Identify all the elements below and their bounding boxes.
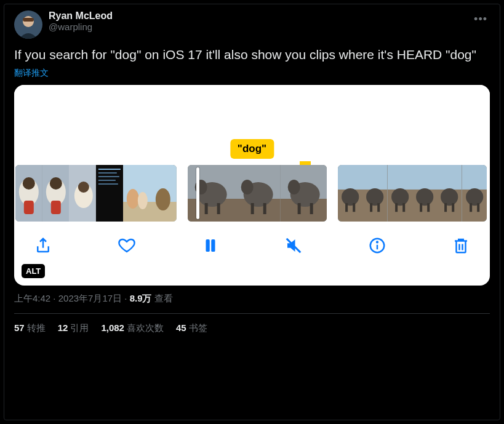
svg-rect-43 <box>297 203 300 214</box>
svg-point-42 <box>287 180 300 194</box>
frame-thumb <box>96 165 123 222</box>
divider <box>14 313 490 314</box>
media-attachment[interactable]: "dog" <box>14 85 490 286</box>
quotes-stat[interactable]: 12引用 <box>58 322 89 334</box>
tweet-stats: 57转推 12引用 1,082喜欢次数 45书签 <box>14 322 490 334</box>
svg-point-26 <box>156 188 170 210</box>
tweet-header: Ryan McLeod @warpling ••• <box>14 10 490 39</box>
svg-rect-53 <box>370 203 372 212</box>
display-name: Ryan McLeod <box>49 10 465 22</box>
frame-thumb <box>15 165 42 222</box>
svg-point-57 <box>391 188 409 206</box>
tweet-meta: 上午4:42 · 2023年7月17日 · 8.9万 查看 <box>14 293 490 305</box>
video-filmstrip[interactable] <box>14 165 490 222</box>
frame-thumb <box>123 165 150 222</box>
tweet-date[interactable]: 2023年7月17日 <box>58 293 122 303</box>
frame-thumb <box>234 165 280 222</box>
svg-rect-10 <box>51 201 61 214</box>
svg-rect-2 <box>23 18 34 22</box>
mute-icon[interactable] <box>284 236 303 255</box>
heart-icon[interactable] <box>118 236 136 255</box>
svg-rect-59 <box>402 203 405 212</box>
tweet-card: Ryan McLeod @warpling ••• If you search … <box>4 4 500 420</box>
frame-thumb <box>462 165 487 222</box>
svg-point-5 <box>23 177 35 190</box>
svg-point-22 <box>127 189 139 209</box>
clip-group-2[interactable] <box>188 165 327 222</box>
clip-group-3[interactable] <box>338 165 487 222</box>
bookmarks-stat[interactable]: 45书签 <box>176 322 207 334</box>
svg-rect-31 <box>205 203 208 214</box>
svg-point-52 <box>366 188 383 206</box>
svg-rect-58 <box>395 203 398 212</box>
svg-rect-48 <box>345 203 348 212</box>
frame-thumb <box>150 165 177 222</box>
svg-point-72 <box>466 188 483 206</box>
user-handle: @warpling <box>49 22 465 32</box>
translate-link[interactable]: 翻译推文 <box>14 68 49 79</box>
tweet-text: If you search for "dog" on iOS 17 it'll … <box>14 46 490 63</box>
svg-rect-18 <box>98 180 116 181</box>
svg-rect-75 <box>206 239 209 252</box>
svg-rect-54 <box>378 203 380 212</box>
svg-rect-76 <box>211 239 215 252</box>
svg-rect-49 <box>353 203 355 212</box>
clip-group-1[interactable] <box>15 165 177 222</box>
frame-thumb <box>388 165 412 222</box>
frame-thumb <box>281 165 327 222</box>
svg-rect-15 <box>98 169 121 170</box>
tweet-time[interactable]: 上午4:42 <box>14 293 50 303</box>
info-icon[interactable] <box>368 236 386 255</box>
svg-point-9 <box>50 177 62 190</box>
svg-rect-69 <box>452 203 455 212</box>
author-block[interactable]: Ryan McLeod @warpling <box>49 10 465 32</box>
media-controls <box>14 222 490 267</box>
svg-point-23 <box>138 192 148 209</box>
trash-icon[interactable] <box>452 236 470 255</box>
media-top-area: "dog" <box>14 85 490 165</box>
svg-rect-73 <box>470 203 472 212</box>
share-icon[interactable] <box>34 236 52 255</box>
playhead[interactable] <box>196 167 199 219</box>
likes-stat[interactable]: 1,082喜欢次数 <box>101 322 164 334</box>
pause-icon[interactable] <box>201 236 220 255</box>
views-count: 8.9万 <box>130 293 152 303</box>
svg-rect-32 <box>217 203 220 214</box>
svg-rect-74 <box>477 203 479 212</box>
keyword-badge: "dog" <box>230 139 274 159</box>
frame-thumb <box>437 165 462 222</box>
svg-rect-63 <box>420 203 422 212</box>
svg-point-13 <box>78 182 89 193</box>
svg-point-36 <box>241 180 254 194</box>
svg-rect-64 <box>427 203 430 212</box>
retweets-stat[interactable]: 57转推 <box>14 322 46 334</box>
views-label: 查看 <box>152 293 173 303</box>
frame-thumb <box>362 165 387 222</box>
svg-rect-6 <box>24 201 34 214</box>
frame-thumb <box>338 165 362 222</box>
frame-thumb <box>188 165 234 222</box>
svg-rect-19 <box>98 183 118 185</box>
svg-point-67 <box>441 188 458 206</box>
avatar[interactable] <box>14 10 42 39</box>
frame-thumb <box>69 165 96 222</box>
svg-point-62 <box>416 188 433 206</box>
frame-thumb <box>42 165 70 222</box>
alt-badge[interactable]: ALT <box>22 264 45 278</box>
svg-rect-38 <box>263 203 266 214</box>
svg-point-47 <box>342 188 359 206</box>
more-icon[interactable]: ••• <box>471 10 490 28</box>
svg-rect-44 <box>310 203 313 214</box>
svg-point-80 <box>377 242 378 243</box>
svg-rect-17 <box>98 176 119 177</box>
svg-rect-16 <box>98 172 117 174</box>
svg-rect-37 <box>251 203 254 214</box>
frame-thumb <box>412 165 437 222</box>
svg-rect-68 <box>444 203 447 212</box>
